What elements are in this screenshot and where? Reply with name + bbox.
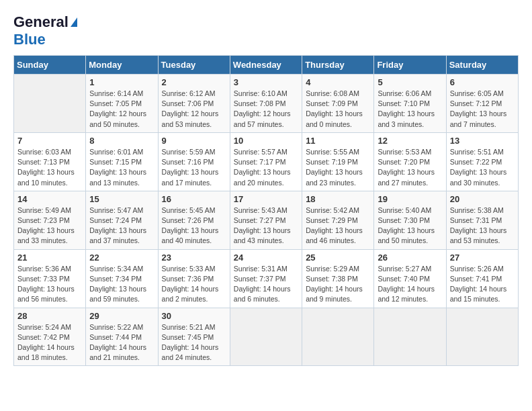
calendar-cell: 7Sunrise: 6:03 AMSunset: 7:13 PMDaylight… bbox=[14, 132, 86, 191]
cell-day-number: 6 bbox=[450, 77, 515, 87]
cell-sun-info: Sunrise: 5:42 AMSunset: 7:29 PMDaylight:… bbox=[306, 205, 370, 246]
cell-sun-info: Sunrise: 6:06 AMSunset: 7:10 PMDaylight:… bbox=[378, 89, 442, 130]
cell-sun-info: Sunrise: 5:49 AMSunset: 7:23 PMDaylight:… bbox=[17, 205, 82, 246]
cell-sun-info: Sunrise: 5:36 AMSunset: 7:33 PMDaylight:… bbox=[17, 264, 82, 305]
cell-sun-info: Sunrise: 6:01 AMSunset: 7:15 PMDaylight:… bbox=[89, 147, 154, 188]
calendar-cell: 4Sunrise: 6:08 AMSunset: 7:09 PMDaylight… bbox=[302, 75, 374, 133]
calendar-week-3: 14Sunrise: 5:49 AMSunset: 7:23 PMDayligh… bbox=[14, 191, 519, 249]
calendar-cell: 2Sunrise: 6:12 AMSunset: 7:06 PMDaylight… bbox=[158, 75, 230, 133]
calendar-week-5: 28Sunrise: 5:24 AMSunset: 7:42 PMDayligh… bbox=[14, 308, 519, 366]
cell-day-number: 24 bbox=[234, 253, 298, 263]
cell-sun-info: Sunrise: 6:10 AMSunset: 7:08 PMDaylight:… bbox=[234, 89, 298, 130]
col-tuesday: Tuesday bbox=[158, 56, 230, 75]
calendar-cell: 15Sunrise: 5:47 AMSunset: 7:24 PMDayligh… bbox=[86, 191, 158, 249]
cell-day-number: 7 bbox=[17, 136, 82, 146]
cell-sun-info: Sunrise: 5:27 AMSunset: 7:40 PMDaylight:… bbox=[378, 264, 442, 305]
cell-sun-info: Sunrise: 5:57 AMSunset: 7:17 PMDaylight:… bbox=[234, 147, 298, 188]
calendar-cell: 20Sunrise: 5:38 AMSunset: 7:31 PMDayligh… bbox=[446, 191, 518, 249]
cell-sun-info: Sunrise: 5:34 AMSunset: 7:34 PMDaylight:… bbox=[89, 264, 154, 305]
calendar-cell: 19Sunrise: 5:40 AMSunset: 7:30 PMDayligh… bbox=[374, 191, 446, 249]
calendar-cell bbox=[446, 308, 518, 366]
cell-day-number: 3 bbox=[234, 77, 298, 87]
calendar-cell: 17Sunrise: 5:43 AMSunset: 7:27 PMDayligh… bbox=[230, 191, 302, 249]
calendar-cell bbox=[374, 308, 446, 366]
col-saturday: Saturday bbox=[446, 56, 518, 75]
cell-day-number: 28 bbox=[17, 311, 82, 321]
calendar-cell: 21Sunrise: 5:36 AMSunset: 7:33 PMDayligh… bbox=[14, 249, 86, 308]
cell-day-number: 18 bbox=[306, 194, 370, 204]
calendar-week-4: 21Sunrise: 5:36 AMSunset: 7:33 PMDayligh… bbox=[14, 249, 519, 308]
cell-sun-info: Sunrise: 5:29 AMSunset: 7:38 PMDaylight:… bbox=[306, 264, 370, 305]
cell-day-number: 27 bbox=[450, 253, 515, 263]
cell-day-number: 4 bbox=[306, 77, 370, 87]
cell-day-number: 20 bbox=[450, 194, 515, 204]
col-wednesday: Wednesday bbox=[230, 56, 302, 75]
calendar-cell: 10Sunrise: 5:57 AMSunset: 7:17 PMDayligh… bbox=[230, 132, 302, 191]
cell-sun-info: Sunrise: 6:08 AMSunset: 7:09 PMDaylight:… bbox=[306, 89, 370, 130]
cell-day-number: 21 bbox=[17, 253, 82, 263]
cell-sun-info: Sunrise: 5:53 AMSunset: 7:20 PMDaylight:… bbox=[378, 147, 442, 188]
calendar-cell: 11Sunrise: 5:55 AMSunset: 7:19 PMDayligh… bbox=[302, 132, 374, 191]
cell-sun-info: Sunrise: 6:12 AMSunset: 7:06 PMDaylight:… bbox=[162, 89, 226, 130]
cell-day-number: 19 bbox=[378, 194, 442, 204]
cell-sun-info: Sunrise: 5:38 AMSunset: 7:31 PMDaylight:… bbox=[450, 205, 515, 246]
cell-sun-info: Sunrise: 5:59 AMSunset: 7:16 PMDaylight:… bbox=[162, 147, 226, 188]
calendar-cell: 8Sunrise: 6:01 AMSunset: 7:15 PMDaylight… bbox=[86, 132, 158, 191]
cell-day-number: 22 bbox=[89, 253, 154, 263]
cell-day-number: 16 bbox=[162, 194, 226, 204]
cell-day-number: 1 bbox=[89, 77, 154, 87]
calendar-cell bbox=[302, 308, 374, 366]
logo-arrow-icon bbox=[71, 17, 77, 27]
calendar-table: Sunday Monday Tuesday Wednesday Thursday… bbox=[13, 55, 519, 366]
calendar-cell: 25Sunrise: 5:29 AMSunset: 7:38 PMDayligh… bbox=[302, 249, 374, 308]
calendar-week-2: 7Sunrise: 6:03 AMSunset: 7:13 PMDaylight… bbox=[14, 132, 519, 191]
cell-sun-info: Sunrise: 5:51 AMSunset: 7:22 PMDaylight:… bbox=[450, 147, 515, 188]
calendar-cell: 29Sunrise: 5:22 AMSunset: 7:44 PMDayligh… bbox=[86, 308, 158, 366]
cell-day-number: 8 bbox=[89, 136, 154, 146]
cell-day-number: 30 bbox=[162, 311, 226, 321]
cell-day-number: 17 bbox=[234, 194, 298, 204]
cell-sun-info: Sunrise: 5:21 AMSunset: 7:45 PMDaylight:… bbox=[162, 322, 226, 363]
calendar-cell: 5Sunrise: 6:06 AMSunset: 7:10 PMDaylight… bbox=[374, 75, 446, 133]
col-friday: Friday bbox=[374, 56, 446, 75]
cell-day-number: 12 bbox=[378, 136, 442, 146]
calendar-cell: 23Sunrise: 5:33 AMSunset: 7:36 PMDayligh… bbox=[158, 249, 230, 308]
calendar-cell bbox=[14, 75, 86, 133]
cell-day-number: 23 bbox=[162, 253, 226, 263]
calendar-cell: 1Sunrise: 6:14 AMSunset: 7:05 PMDaylight… bbox=[86, 75, 158, 133]
calendar-cell: 14Sunrise: 5:49 AMSunset: 7:23 PMDayligh… bbox=[14, 191, 86, 249]
cell-sun-info: Sunrise: 5:55 AMSunset: 7:19 PMDaylight:… bbox=[306, 147, 370, 188]
logo: General Blue bbox=[13, 13, 77, 48]
calendar-cell: 18Sunrise: 5:42 AMSunset: 7:29 PMDayligh… bbox=[302, 191, 374, 249]
cell-day-number: 10 bbox=[234, 136, 298, 146]
calendar-cell: 24Sunrise: 5:31 AMSunset: 7:37 PMDayligh… bbox=[230, 249, 302, 308]
logo-blue-text: Blue bbox=[13, 31, 46, 48]
cell-sun-info: Sunrise: 5:45 AMSunset: 7:26 PMDaylight:… bbox=[162, 205, 226, 246]
calendar-cell: 30Sunrise: 5:21 AMSunset: 7:45 PMDayligh… bbox=[158, 308, 230, 366]
calendar-cell: 13Sunrise: 5:51 AMSunset: 7:22 PMDayligh… bbox=[446, 132, 518, 191]
calendar-cell: 3Sunrise: 6:10 AMSunset: 7:08 PMDaylight… bbox=[230, 75, 302, 133]
cell-sun-info: Sunrise: 5:47 AMSunset: 7:24 PMDaylight:… bbox=[89, 205, 154, 246]
calendar-cell: 22Sunrise: 5:34 AMSunset: 7:34 PMDayligh… bbox=[86, 249, 158, 308]
calendar-cell bbox=[230, 308, 302, 366]
cell-day-number: 14 bbox=[17, 194, 82, 204]
calendar-cell: 16Sunrise: 5:45 AMSunset: 7:26 PMDayligh… bbox=[158, 191, 230, 249]
page-header: General Blue bbox=[13, 13, 519, 48]
calendar-cell: 6Sunrise: 6:05 AMSunset: 7:12 PMDaylight… bbox=[446, 75, 518, 133]
calendar-cell: 9Sunrise: 5:59 AMSunset: 7:16 PMDaylight… bbox=[158, 132, 230, 191]
col-thursday: Thursday bbox=[302, 56, 374, 75]
cell-day-number: 5 bbox=[378, 77, 442, 87]
cell-day-number: 29 bbox=[89, 311, 154, 321]
cell-sun-info: Sunrise: 5:26 AMSunset: 7:41 PMDaylight:… bbox=[450, 264, 515, 305]
cell-sun-info: Sunrise: 6:05 AMSunset: 7:12 PMDaylight:… bbox=[450, 89, 515, 130]
cell-sun-info: Sunrise: 5:24 AMSunset: 7:42 PMDaylight:… bbox=[17, 322, 82, 363]
cell-day-number: 2 bbox=[162, 77, 226, 87]
calendar-cell: 28Sunrise: 5:24 AMSunset: 7:42 PMDayligh… bbox=[14, 308, 86, 366]
cell-sun-info: Sunrise: 5:33 AMSunset: 7:36 PMDaylight:… bbox=[162, 264, 226, 305]
cell-day-number: 26 bbox=[378, 253, 442, 263]
calendar-week-1: 1Sunrise: 6:14 AMSunset: 7:05 PMDaylight… bbox=[14, 75, 519, 133]
cell-day-number: 11 bbox=[306, 136, 370, 146]
cell-day-number: 9 bbox=[162, 136, 226, 146]
cell-day-number: 25 bbox=[306, 253, 370, 263]
calendar-cell: 27Sunrise: 5:26 AMSunset: 7:41 PMDayligh… bbox=[446, 249, 518, 308]
